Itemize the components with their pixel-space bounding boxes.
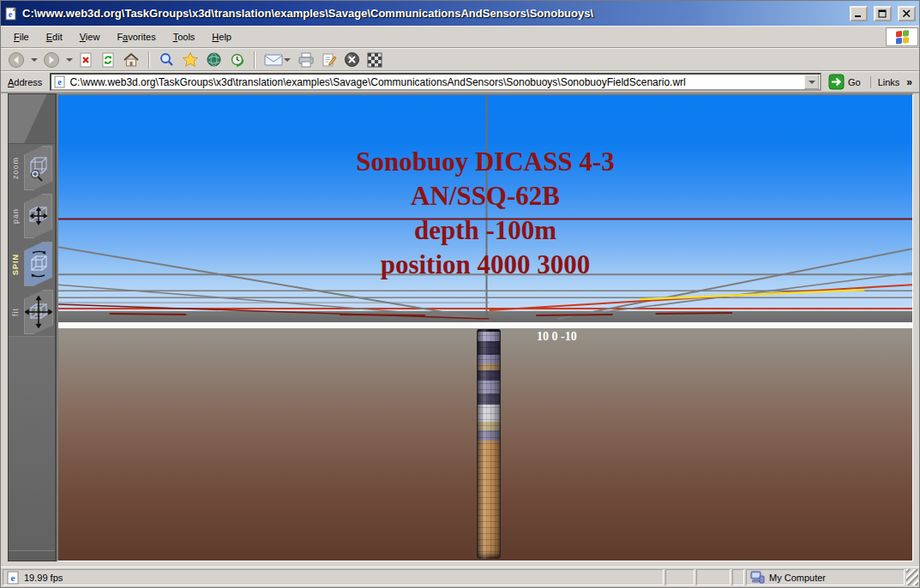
links-chevron-icon[interactable]: » xyxy=(906,76,912,88)
search-button[interactable] xyxy=(157,50,177,70)
windows-logo xyxy=(886,27,918,46)
cortona-toolbar-foot xyxy=(9,550,55,561)
minimize-button[interactable] xyxy=(850,6,868,21)
refresh-button[interactable] xyxy=(99,50,117,70)
browser-window: e C:\www.web3d.org\TaskGroups\x3d\transl… xyxy=(0,0,920,588)
address-input[interactable] xyxy=(69,75,801,89)
print-button[interactable] xyxy=(296,50,316,70)
document-status-icon: e xyxy=(7,571,20,585)
home-button[interactable] xyxy=(121,50,141,70)
pan-cube-icon xyxy=(26,201,51,231)
caption-line-2: AN/SSQ-62B xyxy=(58,179,912,213)
navigation-toolbar xyxy=(1,48,919,71)
maximize-button[interactable] xyxy=(874,6,892,21)
grid-button[interactable] xyxy=(365,50,384,70)
links-label: Links xyxy=(878,77,900,87)
cortona-toolbar: zoom pan xyxy=(8,93,57,561)
back-dropdown-icon[interactable] xyxy=(31,58,38,62)
menu-tools[interactable]: Tools xyxy=(165,29,203,45)
menu-file[interactable]: File xyxy=(6,29,37,45)
media-globe-button[interactable] xyxy=(204,50,224,70)
go-button[interactable]: Go xyxy=(826,72,866,92)
tool-zoom[interactable]: zoom xyxy=(9,144,55,192)
resize-grip[interactable] xyxy=(906,569,918,585)
favorites-button[interactable] xyxy=(180,50,201,70)
title-bar: e C:\www.web3d.org\TaskGroups\x3d\transl… xyxy=(1,1,919,26)
caption-line-4: position 4000 3000 xyxy=(58,248,912,282)
tool-pan[interactable]: pan xyxy=(9,192,55,240)
address-bar: Address e Go Links » xyxy=(1,71,919,93)
fit-cube-icon xyxy=(25,296,52,328)
mail-dropdown-icon[interactable] xyxy=(284,58,291,62)
stop-button[interactable] xyxy=(76,50,95,70)
go-label: Go xyxy=(848,77,861,87)
menu-favorites[interactable]: Favorites xyxy=(109,29,163,45)
svg-text:e: e xyxy=(11,573,15,583)
my-computer-icon xyxy=(750,571,765,584)
mail-button[interactable] xyxy=(262,50,292,70)
toolbar-separator xyxy=(148,51,150,69)
security-zone-panel: My Computer xyxy=(746,569,905,585)
status-panel-empty xyxy=(732,569,744,585)
browser-content: zoom pan xyxy=(1,93,919,567)
fps-value: 19.99 fps xyxy=(24,573,63,583)
cortona-toolbar-body xyxy=(9,336,55,550)
menu-edit[interactable]: Edit xyxy=(39,29,70,45)
status-panel-empty xyxy=(696,569,731,585)
address-field[interactable]: e xyxy=(50,73,821,91)
address-dropdown-button[interactable] xyxy=(804,75,819,89)
position-marker-label: 10 0 -10 xyxy=(537,330,577,344)
caption-line-3: depth -100m xyxy=(58,213,912,248)
tool-spin[interactable]: SPIN xyxy=(9,240,55,288)
menu-view[interactable]: View xyxy=(72,29,108,45)
discuss-button[interactable] xyxy=(342,50,362,70)
links-bar[interactable]: Links » xyxy=(870,76,916,88)
fps-status-panel: e 19.99 fps xyxy=(3,569,664,585)
sonobuoy-model[interactable] xyxy=(477,329,501,559)
caption-line-1: Sonobuoy DICASS 4-3 xyxy=(58,145,912,179)
status-panel-empty xyxy=(665,569,695,585)
back-button[interactable] xyxy=(6,50,27,70)
go-icon xyxy=(828,74,845,90)
forward-button[interactable] xyxy=(41,50,62,70)
status-bar: e 19.99 fps My Computer xyxy=(1,567,919,587)
forward-dropdown-icon[interactable] xyxy=(66,58,73,62)
menu-help[interactable]: Help xyxy=(204,29,239,45)
svg-text:e: e xyxy=(58,77,63,87)
history-button[interactable] xyxy=(227,50,247,70)
edit-button[interactable] xyxy=(320,50,339,70)
address-label: Address xyxy=(4,77,45,87)
ie-document-icon: e xyxy=(4,7,18,21)
scene-caption: Sonobuoy DICASS 4-3 AN/SSQ-62B depth -10… xyxy=(58,145,912,282)
tool-fit[interactable]: fit xyxy=(9,288,55,336)
svg-text:e: e xyxy=(9,9,13,19)
toolbar-separator xyxy=(254,51,256,69)
cortona-toolbar-cap xyxy=(9,94,55,144)
menu-bar: File Edit View Favorites Tools Help xyxy=(1,26,919,48)
window-title: C:\www.web3d.org\TaskGroups\x3d\translat… xyxy=(22,7,844,20)
3d-viewport[interactable]: Sonobuoy DICASS 4-3 AN/SSQ-62B depth -10… xyxy=(57,93,913,561)
spin-cube-icon xyxy=(26,249,51,279)
zoom-cube-icon xyxy=(26,153,51,183)
page-icon: e xyxy=(54,75,66,88)
security-zone-label: My Computer xyxy=(769,573,826,583)
close-button[interactable] xyxy=(898,6,916,21)
